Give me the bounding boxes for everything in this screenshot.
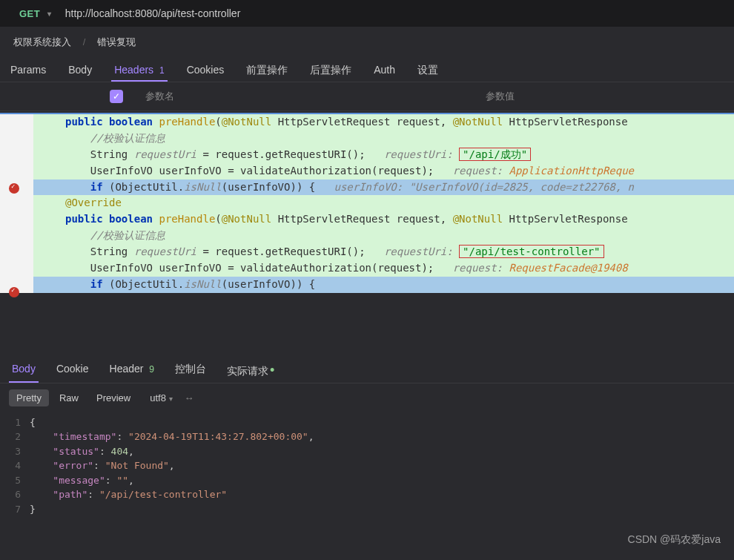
resp-tab-console[interactable]: 控制台 — [172, 358, 209, 383]
code-line: public boolean preHandle(@NotNull HttpSe… — [0, 211, 734, 228]
url-bar: GET ▾ http://localhost:8080/api/test-con… — [0, 0, 734, 27]
col-param-name: 参数名 — [145, 90, 174, 103]
line-number: 5 — [0, 473, 30, 488]
tab-post[interactable]: 后置操作 — [307, 59, 354, 82]
breakpoint-icon[interactable] — [9, 183, 19, 194]
request-tabs: Params Body Headers 1 Cookies 前置操作 后置操作 … — [0, 53, 734, 82]
resp-tab-header-label: Header — [110, 363, 144, 375]
line-number: 3 — [0, 444, 30, 459]
code-line: @Override — [0, 195, 734, 211]
tab-headers[interactable]: Headers 1 — [111, 59, 168, 82]
wrap-icon[interactable]: ↔ — [185, 392, 194, 403]
response-view-bar: Pretty Raw Preview utf8 ▾ ↔ — [0, 383, 734, 412]
chevron-down-icon: ▾ — [47, 10, 52, 18]
breadcrumb-b[interactable]: 错误复现 — [97, 36, 136, 47]
code-gutter — [0, 114, 33, 293]
view-preview[interactable]: Preview — [89, 389, 138, 406]
view-raw[interactable]: Raw — [52, 389, 86, 406]
tab-auth[interactable]: Auth — [371, 59, 398, 82]
resp-tab-actual-label: 实际请求 — [227, 365, 268, 377]
tab-settings[interactable]: 设置 — [414, 59, 441, 82]
resp-header-badge: 9 — [149, 364, 154, 375]
line-number: 2 — [0, 429, 30, 444]
line-number: 7 — [0, 502, 30, 517]
dot-icon: • — [270, 363, 274, 378]
chevron-down-icon: ▾ — [169, 395, 173, 403]
response-json: 1{ 2 "timestamp": "2024-04-19T11:43:27.8… — [0, 412, 734, 520]
tab-headers-label: Headers — [114, 64, 153, 76]
breadcrumb-sep: / — [83, 36, 86, 47]
line-number: 6 — [0, 487, 30, 502]
breadcrumb: 权限系统接入 / 错误复现 — [0, 27, 734, 53]
encoding-label: utf8 — [150, 392, 166, 403]
http-method: GET — [19, 8, 40, 19]
code-line: //校验认证信息 — [0, 131, 734, 147]
resp-tab-header[interactable]: Header 9 — [107, 358, 158, 383]
code-line-current: if (ObjectUtil.isNull(userInfoVO)) { use… — [0, 179, 734, 196]
tab-body[interactable]: Body — [65, 59, 95, 82]
headers-badge: 1 — [159, 65, 165, 76]
response-area: Body Cookie Header 9 控制台 实际请求• Pretty Ra… — [0, 352, 734, 520]
watermark: CSDN @码农爱java — [628, 533, 721, 547]
line-number: 1 — [0, 415, 30, 430]
code-line: //校验认证信息 — [0, 228, 734, 244]
breakpoint-icon[interactable] — [9, 287, 19, 297]
tab-pre[interactable]: 前置操作 — [243, 59, 291, 82]
resp-tab-cookie[interactable]: Cookie — [53, 358, 92, 383]
line-number: 4 — [0, 458, 30, 473]
resp-tab-actual[interactable]: 实际请求• — [224, 358, 277, 383]
response-tabs: Body Cookie Header 9 控制台 实际请求• — [0, 352, 734, 383]
params-header-row: ✓ 参数名 参数值 — [0, 82, 734, 111]
col-param-value: 参数值 — [486, 90, 515, 103]
code-line-current: if (ObjectUtil.isNull(userInfoVO)) { — [0, 277, 734, 293]
code-line: UserInfoVO userInfoVO = validateAuthoriz… — [0, 260, 734, 277]
code-line: String requestUri = request.getRequestUR… — [0, 147, 734, 163]
breadcrumb-a[interactable]: 权限系统接入 — [13, 36, 71, 47]
resp-tab-body[interactable]: Body — [9, 358, 39, 383]
encoding-selector[interactable]: utf8 ▾ — [150, 392, 172, 403]
code-line: String requestUri = request.getRequestUR… — [0, 244, 734, 260]
http-method-selector[interactable]: GET ▾ — [10, 8, 52, 19]
select-all-checkbox[interactable]: ✓ — [110, 90, 123, 103]
tab-params[interactable]: Params — [7, 59, 49, 82]
tab-cookies[interactable]: Cookies — [184, 59, 228, 82]
code-overlay: public boolean preHandle(@NotNull HttpSe… — [0, 113, 734, 293]
url-input[interactable]: http://localhost:8080/api/test-controlle… — [65, 7, 241, 19]
code-line: public boolean preHandle(@NotNull HttpSe… — [0, 114, 734, 131]
view-pretty[interactable]: Pretty — [9, 389, 49, 406]
code-line: UserInfoVO userInfoVO = validateAuthoriz… — [0, 163, 734, 179]
